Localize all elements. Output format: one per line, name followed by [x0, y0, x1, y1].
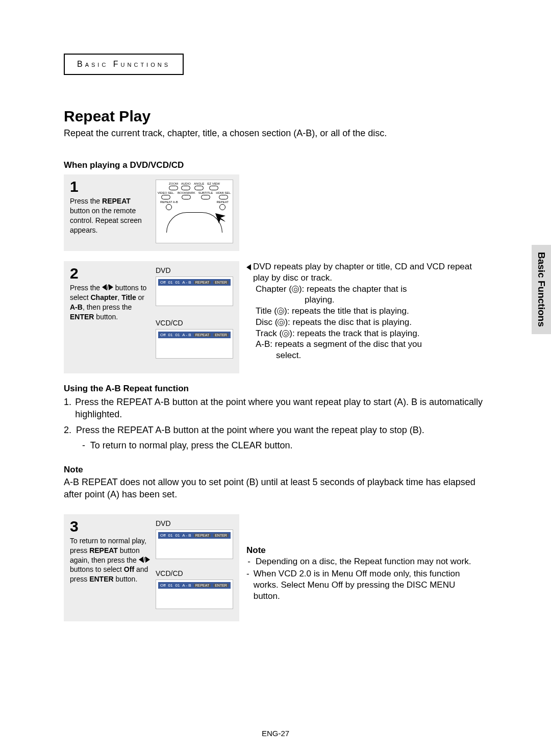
step-2-title: Title: [121, 293, 136, 301]
remote-label-zoom: ZOOM: [169, 182, 178, 185]
step-3-number: 3: [70, 519, 152, 533]
repeat-lead: DVD repeats play by chapter or title, CD…: [253, 261, 473, 284]
vcd-label-3: VCD/CD: [156, 569, 233, 577]
track-label: Track (: [256, 329, 282, 338]
osd2-ab: A - B: [182, 333, 191, 337]
chapter-label: Chapter (: [256, 284, 292, 294]
osd-ab: A - B: [182, 280, 191, 285]
page-content: Basic Functions Repeat Play Repeat the c…: [64, 54, 487, 632]
remote-label-angle: ANGLE: [194, 182, 204, 185]
step-2-ab: A-B: [70, 303, 83, 311]
remote-label-hdmisel: HDMI SEL.: [216, 191, 231, 194]
bullet-arrow-icon: [246, 264, 251, 270]
vcd-osd: Off 01 01 A - B REPEAT ENTER: [156, 329, 233, 359]
osd3-01a: 01: [168, 533, 173, 538]
page-footer: ENG-27: [0, 729, 551, 738]
track-tail: ): repeats the track that is playing.: [289, 329, 419, 338]
step3-e: button.: [114, 575, 138, 583]
ab-line: A-B: repeats a segment of the disc that …: [256, 339, 473, 350]
note2-block: Note -Depending on a disc, the Repeat fu…: [246, 514, 473, 621]
osd4-enter: ENTER: [213, 584, 229, 587]
osd4-ab: A - B: [182, 583, 191, 588]
dvd-osd: Off 01 01 A - B REPEAT ENTER: [156, 276, 233, 306]
note2-d1: Depending on a disc, the Repeat function…: [256, 556, 471, 567]
left-arrow-icon-2: [139, 557, 143, 563]
osd4-01a: 01: [168, 583, 173, 588]
step-1: 1 Press the REPEAT button on the remote …: [64, 174, 239, 251]
ab-item2: Press the REPEAT A-B button at the point…: [76, 424, 424, 436]
right-arrow-icon-2: [145, 557, 150, 563]
vcd-osd-3: Off 01 01 A - B REPEAT ENTER: [156, 579, 233, 609]
osd-enter: ENTER: [213, 281, 229, 284]
ol-1: 1.: [64, 396, 72, 421]
step-2-number: 2: [70, 266, 152, 280]
disc-label: Disc (: [256, 317, 278, 327]
step3-c: buttons to select: [70, 565, 124, 573]
chapter-tail: ): repeats the chapter that is: [299, 284, 407, 294]
osd3-off: Off: [160, 533, 166, 538]
chapter-header: Basic Functions: [64, 54, 184, 75]
track-icon: [282, 330, 289, 337]
step-1-text-a: Press the: [70, 197, 102, 205]
remote-label-subtitle: SUBTITLE: [198, 191, 213, 194]
osd2-enter: ENTER: [213, 333, 229, 337]
osd3-repeat: REPEAT: [194, 534, 211, 537]
osd-01b: 01: [175, 280, 180, 285]
remote-label-videosel: VIDEO SEL.: [158, 191, 174, 194]
remote-label-repeat: REPEAT: [216, 200, 229, 204]
osd3-enter: ENTER: [213, 534, 229, 537]
note1-head: Note: [64, 465, 487, 475]
right-arrow-icon: [109, 284, 113, 290]
vcd-label: VCD/CD: [156, 319, 233, 327]
step3-enter: ENTER: [89, 575, 113, 583]
step-2: 2 Press the / buttons to select Chapter,…: [64, 261, 239, 373]
ol-2: 2.: [64, 424, 73, 436]
step3-off: Off: [124, 565, 134, 573]
osd4-repeat: REPEAT: [194, 584, 211, 587]
osd2-01a: 01: [168, 333, 173, 337]
disc-icon: [278, 319, 285, 326]
osd2-01b: 01: [175, 333, 180, 337]
remote-label-ezview: EZ VIEW: [207, 182, 220, 185]
title-label: Title (: [256, 306, 277, 316]
intro-text: Repeat the current track, chapter, title…: [64, 128, 487, 139]
osd4-off: Off: [160, 583, 166, 588]
subhead-when-playing: When playing a DVD/VCD/CD: [64, 160, 487, 170]
step3-repeat: REPEAT: [89, 546, 118, 555]
title-tail: ): repeats the title that is playing.: [284, 306, 409, 316]
osd3-ab: A - B: [182, 533, 191, 538]
remote-illustration: ZOOM AUDIO ANGLE EZ VIEW VIDEO SEL. BOOK…: [156, 180, 233, 243]
disc-tail: ): repeats the disc that is playing.: [285, 317, 412, 327]
step-1-repeat-bold: REPEAT: [102, 197, 131, 205]
ab-item1: Press the REPEAT A-B button at the point…: [75, 396, 487, 421]
note2-d2: When VCD 2.0 is in Menu Off mode only, t…: [254, 568, 473, 602]
remote-label-bookmark: BOOKMARK: [178, 191, 195, 194]
step-3: 3 To return to normal play, press REPEAT…: [64, 514, 239, 621]
ab-sub: To return to normal play, press the CLEA…: [90, 440, 293, 450]
note1-body: A-B REPEAT does not allow you to set poi…: [64, 476, 487, 501]
osd2-repeat: REPEAT: [194, 333, 211, 337]
step-2-enter: ENTER: [70, 313, 94, 321]
ab-repeat-heading: Using the A-B Repeat function: [64, 384, 487, 394]
side-tab: Basic Functions: [532, 245, 551, 334]
osd-01a: 01: [168, 280, 173, 285]
dvd-label-3: DVD: [156, 519, 233, 527]
osd3-01b: 01: [175, 533, 180, 538]
left-arrow-icon: [102, 284, 107, 290]
repeat-explanation: DVD repeats play by chapter or title, CD…: [246, 261, 473, 373]
osd4-01b: 01: [175, 583, 180, 588]
step-1-number: 1: [70, 180, 152, 193]
chapter-icon: [292, 286, 299, 293]
pointer-icon: [213, 211, 228, 226]
dvd-label: DVD: [156, 266, 233, 274]
chapter-tail2: playing.: [256, 294, 473, 306]
page-title: Repeat Play: [64, 108, 487, 125]
step-2-text-a: Press the: [70, 284, 102, 292]
step-2-text-c: , then press the: [83, 303, 132, 311]
step-2-chapter: Chapter: [90, 293, 117, 301]
osd2-off: Off: [160, 333, 166, 337]
title-icon: [277, 308, 284, 315]
dvd-osd-3: Off 01 01 A - B REPEAT ENTER: [156, 530, 233, 559]
remote-label-repeatab: REPEAT A-B: [160, 200, 178, 204]
step-1-text-b: button on the remote control. Repeat scr…: [70, 207, 142, 234]
